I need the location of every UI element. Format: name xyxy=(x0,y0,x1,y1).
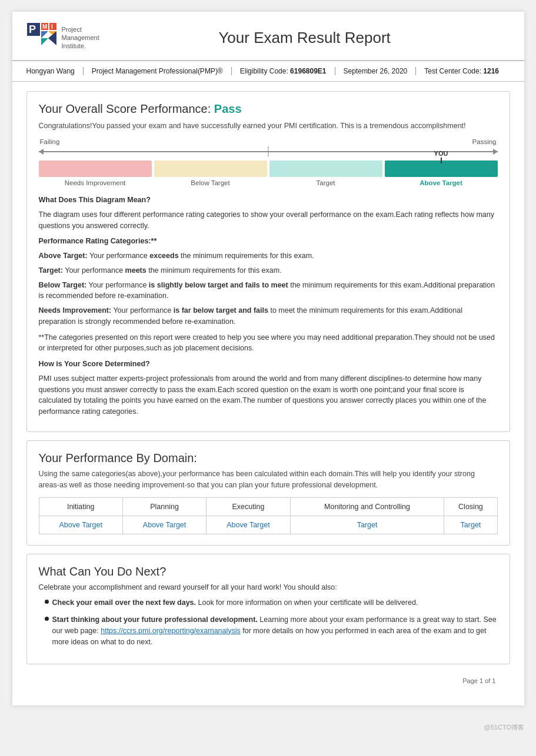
congrats-text: Congratulations!You passed your exam and… xyxy=(39,122,498,130)
org-line1: Project xyxy=(62,25,99,34)
overall-title-prefix: Your Overall Score Performance: xyxy=(39,102,211,115)
svg-marker-6 xyxy=(41,31,48,38)
needs-improvement-desc: Needs Improvement: Your performance is f… xyxy=(39,305,498,327)
score-arrow-bar xyxy=(39,146,498,157)
page-footer: Page 1 of 1 xyxy=(26,673,510,684)
eligibility-code-value: 6196809E1 xyxy=(290,67,326,75)
below-target-block xyxy=(154,160,267,177)
svg-text:P: P xyxy=(29,24,36,35)
below-target-desc: Below Target: Your performance is slight… xyxy=(39,280,498,302)
bullet-dot-2 xyxy=(45,617,49,621)
what-next-desc: Celebrate your accomplishment and reward… xyxy=(39,583,498,591)
arrow-right-icon xyxy=(493,149,498,155)
domain-description: Using the same categories(as above),your… xyxy=(39,469,498,491)
domain-result-executing: Above Target xyxy=(207,516,290,534)
domain-col-closing: Closing xyxy=(444,498,497,516)
pass-result: Pass xyxy=(214,102,242,115)
target-bold: Target: xyxy=(39,266,63,275)
what-next-title: What Can You Do Next? xyxy=(39,565,498,578)
domain-col-executing: Executing xyxy=(207,498,290,516)
page-label: Page 1 of 1 xyxy=(462,677,495,684)
domain-col-monitoring: Monitoring and Controlling xyxy=(290,498,444,516)
above-target-bold: Above Target: xyxy=(39,252,88,260)
passing-label: Passing xyxy=(472,138,497,145)
needs-improvement-label: Needs Improvement xyxy=(39,179,152,186)
divider-line xyxy=(268,146,268,157)
domain-result-monitoring: Target xyxy=(290,516,444,534)
below-target-bold: Below Target: xyxy=(39,281,87,289)
watermark: @51CTO博客 xyxy=(0,717,536,732)
info-bar: Hongyan Wang Project Management Professi… xyxy=(12,61,524,82)
you-indicator xyxy=(441,158,442,163)
bullet1-bold: Check your email over the next few days. xyxy=(52,598,197,607)
domain-table: Initiating Planning Executing Monitoring… xyxy=(39,497,498,534)
exam-name: Project Management Professional(PMP)® xyxy=(84,67,232,75)
score-text: PMI uses subject matter experts-project … xyxy=(39,373,498,417)
eligibility-label: Eligibility Code: xyxy=(240,67,288,75)
score-block-labels: Needs Improvement Below Target Target Ab… xyxy=(39,179,498,186)
domain-col-initiating: Initiating xyxy=(39,498,122,516)
exam-name-text: Project Management Professional(PMP)® xyxy=(92,67,223,75)
note-text: **The categories presented on this repor… xyxy=(39,332,498,354)
score-blocks: YOU xyxy=(39,160,498,177)
needs-improvement-block xyxy=(39,160,152,177)
bullet1-text: Look for more information on when your c… xyxy=(198,598,418,607)
report-page: P M I Project Management Institute. xyxy=(12,12,524,705)
target-label: Target xyxy=(269,179,382,186)
score-heading: How is Your Score Determined? xyxy=(39,360,150,368)
score-bar-container: Failing Passing xyxy=(39,138,498,186)
bullet-item-2: Start thinking about your future profess… xyxy=(45,614,498,647)
svg-rect-4 xyxy=(49,23,56,30)
above-target-label: Above Target xyxy=(385,179,498,186)
what-next-section: What Can You Do Next? Celebrate your acc… xyxy=(26,554,510,664)
exam-date: September 26, 2020 xyxy=(335,67,417,75)
org-line3: Institute. xyxy=(62,42,99,50)
above-target-block: YOU xyxy=(385,160,498,177)
overall-score-section: Your Overall Score Performance: Pass Con… xyxy=(26,91,510,432)
explanation-section: What Does This Diagram Mean? The diagram… xyxy=(39,195,498,417)
header: P M I Project Management Institute. xyxy=(12,12,524,61)
domain-result-closing: Target xyxy=(444,516,497,534)
failing-label: Failing xyxy=(40,138,60,145)
domain-header-row: Initiating Planning Executing Monitoring… xyxy=(39,498,497,516)
test-center-code-value: 1216 xyxy=(483,67,499,75)
bullet-item-1: Check your email over the next few days.… xyxy=(45,597,498,608)
org-name: Project Management Institute. xyxy=(62,25,99,51)
needs-improvement-bold: Needs Improvement: xyxy=(39,306,112,315)
report-title: Your Exam Result Report xyxy=(99,29,510,47)
domain-result-planning: Above Target xyxy=(122,516,206,534)
score-labels-top: Failing Passing xyxy=(39,138,498,145)
diagram-text: The diagram uses four different performa… xyxy=(39,209,498,232)
domain-title: Your Performance By Domain: xyxy=(39,451,498,465)
arrow-left-icon xyxy=(39,149,44,155)
pmi-logo-icon: P M I xyxy=(26,22,57,53)
above-target-desc: Above Target: Your performance exceeds t… xyxy=(39,250,498,262)
org-line2: Management xyxy=(62,34,99,42)
logo-area: P M I Project Management Institute. xyxy=(26,22,99,53)
exam-analysis-link[interactable]: https://ccrs.pmi.org/reporting/examanaly… xyxy=(101,627,241,635)
domain-result-row: Above Target Above Target Above Target T… xyxy=(39,516,497,534)
below-target-label: Below Target xyxy=(154,179,267,186)
rating-heading: Performance Rating Categories:** xyxy=(39,237,157,245)
domain-col-planning: Planning xyxy=(122,498,206,516)
bullet2-bold: Start thinking about your future profess… xyxy=(52,615,258,624)
test-center-label: Test Center Code: xyxy=(424,67,481,75)
main-content: Your Overall Score Performance: Pass Con… xyxy=(12,82,524,694)
bullet-list: Check your email over the next few days.… xyxy=(39,597,498,647)
test-center-code: Test Center Code: 1216 xyxy=(416,67,507,75)
bullet-dot-1 xyxy=(45,600,49,604)
svg-marker-8 xyxy=(41,38,48,45)
overall-score-title: Your Overall Score Performance: Pass xyxy=(39,102,498,116)
svg-text:I: I xyxy=(51,24,53,30)
domain-section: Your Performance By Domain: Using the sa… xyxy=(26,440,510,546)
target-desc: Target: Your performance meets the minim… xyxy=(39,265,498,276)
target-block xyxy=(269,160,382,177)
eligibility-code: Eligibility Code: 6196809E1 xyxy=(232,67,335,75)
domain-result-initiating: Above Target xyxy=(39,516,122,534)
diagram-heading: What Does This Diagram Mean? xyxy=(39,196,151,204)
svg-text:M: M xyxy=(42,24,47,30)
candidate-name: Hongyan Wang xyxy=(26,67,84,75)
you-label: YOU xyxy=(434,150,448,157)
